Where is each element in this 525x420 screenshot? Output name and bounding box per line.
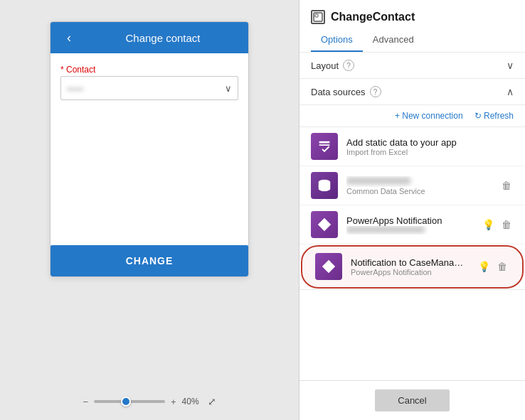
datasources-toolbar: + New connection ↻ Refresh — [299, 105, 525, 127]
contact-blurred-value: •••••• — [67, 85, 83, 93]
datasource-sub-notification — [346, 226, 472, 235]
dropdown-arrow-icon: ∨ — [225, 83, 232, 94]
datasource-info-notification: PowerApps Notification — [346, 215, 472, 235]
datasource-actions-notification: 💡 🗑 — [481, 217, 514, 232]
layout-section-header[interactable]: Layout ? ∨ — [299, 53, 525, 79]
datasource-name-notification: PowerApps Notification — [346, 215, 472, 226]
layout-title: Layout ? — [311, 60, 354, 71]
right-footer: Cancel — [299, 380, 525, 420]
datasources-help-icon[interactable]: ? — [370, 86, 381, 97]
datasource-actions-notification2: 💡 🗑 — [477, 259, 509, 274]
zoom-out-icon[interactable]: − — [83, 397, 88, 407]
component-icon — [311, 10, 325, 24]
back-button[interactable]: ‹ — [59, 28, 79, 48]
datasource-info-cds: Common Data Service — [346, 176, 491, 195]
datasource-icon-excel — [311, 133, 338, 160]
expand-icon[interactable]: ⤢ — [208, 396, 216, 407]
zoom-percent: 40% — [182, 397, 199, 406]
left-panel: ‹ Change contact * Contact •••••• ∨ CHAN… — [0, 0, 299, 420]
refresh-button[interactable]: ↻ Refresh — [474, 111, 514, 121]
zoom-bar: − + 40% ⤢ — [0, 396, 299, 407]
datasource-item-excel[interactable]: Add static data to your app Import from … — [299, 127, 525, 166]
datasource-list: Add static data to your app Import from … — [299, 127, 525, 286]
component-name: ChangeContact — [331, 11, 415, 23]
datasource-info-btn-notification2[interactable]: 💡 — [477, 259, 491, 274]
datasource-delete-notification[interactable]: 🗑 — [499, 217, 514, 232]
tab-options[interactable]: Options — [311, 30, 363, 52]
right-header: ChangeContact Options Advanced — [299, 0, 525, 53]
datasource-item-notification2[interactable]: Notification to CaseManageme... PowerApp… — [304, 247, 521, 286]
change-button[interactable]: CHANGE — [51, 245, 248, 276]
phone-body: * Contact •••••• ∨ — [51, 53, 248, 160]
datasource-icon-notification2 — [315, 253, 342, 280]
tabs-row: Options Advanced — [311, 30, 514, 52]
contact-field-label: * Contact — [60, 65, 238, 75]
datasource-sub-excel: Import from Excel — [346, 148, 514, 156]
datasource-name-cds — [346, 176, 491, 187]
contact-value: •••••• — [67, 83, 83, 94]
datasource-name-notification2: Notification to CaseManageme... — [351, 257, 468, 268]
datasource-actions-cds: 🗑 — [499, 178, 514, 193]
phone-header: ‹ Change contact — [51, 22, 248, 53]
phone-spacer — [51, 160, 248, 245]
zoom-slider[interactable] — [94, 400, 165, 403]
layout-help-icon[interactable]: ? — [343, 60, 354, 71]
datasource-name-cds-blurred — [346, 177, 410, 185]
datasource-info-btn-notification[interactable]: 💡 — [481, 217, 495, 232]
zoom-thumb[interactable] — [121, 397, 131, 406]
datasource-icon-cds — [311, 172, 338, 199]
zoom-in-icon[interactable]: + — [171, 397, 176, 407]
datasource-sub-notification2: PowerApps Notification — [351, 268, 468, 276]
contact-dropdown[interactable]: •••••• ∨ — [60, 76, 238, 100]
datasources-section-header[interactable]: Data sources ? ∧ — [299, 79, 525, 105]
datasource-sub-notification-blurred — [346, 226, 425, 233]
highlighted-datasource-wrapper: Notification to CaseManageme... PowerApp… — [304, 247, 521, 286]
datasource-delete-notification2[interactable]: 🗑 — [495, 259, 509, 274]
datasources-section: Data sources ? ∧ + New connection ↻ Refr… — [299, 79, 525, 290]
refresh-label: ↻ Refresh — [474, 111, 514, 121]
tab-advanced[interactable]: Advanced — [363, 30, 424, 52]
datasource-item-notification[interactable]: PowerApps Notification 💡 🗑 — [299, 205, 525, 244]
datasource-icon-notification — [311, 211, 338, 238]
datasource-info-notification2: Notification to CaseManageme... PowerApp… — [351, 257, 468, 276]
cancel-button[interactable]: Cancel — [375, 389, 449, 411]
svg-rect-1 — [315, 14, 318, 17]
component-title: ChangeContact — [311, 10, 514, 24]
new-connection-button[interactable]: + New connection — [395, 111, 463, 121]
datasource-sub-cds: Common Data Service — [346, 187, 491, 195]
right-content: Layout ? ∨ Data sources ? ∧ + New connec… — [299, 53, 525, 380]
new-connection-label: + New connection — [395, 111, 463, 121]
datasource-info-excel: Add static data to your app Import from … — [346, 137, 514, 156]
layout-toggle-icon: ∨ — [507, 60, 514, 71]
datasource-delete-cds[interactable]: 🗑 — [499, 178, 514, 193]
right-panel: ChangeContact Options Advanced Layout ? … — [299, 0, 525, 420]
datasource-item-cds[interactable]: Common Data Service 🗑 — [299, 166, 525, 205]
datasources-title: Data sources ? — [311, 86, 381, 97]
phone-mockup: ‹ Change contact * Contact •••••• ∨ CHAN… — [50, 21, 249, 277]
datasource-name-excel: Add static data to your app — [346, 137, 514, 148]
datasources-toggle-icon: ∧ — [507, 86, 514, 97]
phone-screen-title: Change contact — [86, 32, 240, 44]
